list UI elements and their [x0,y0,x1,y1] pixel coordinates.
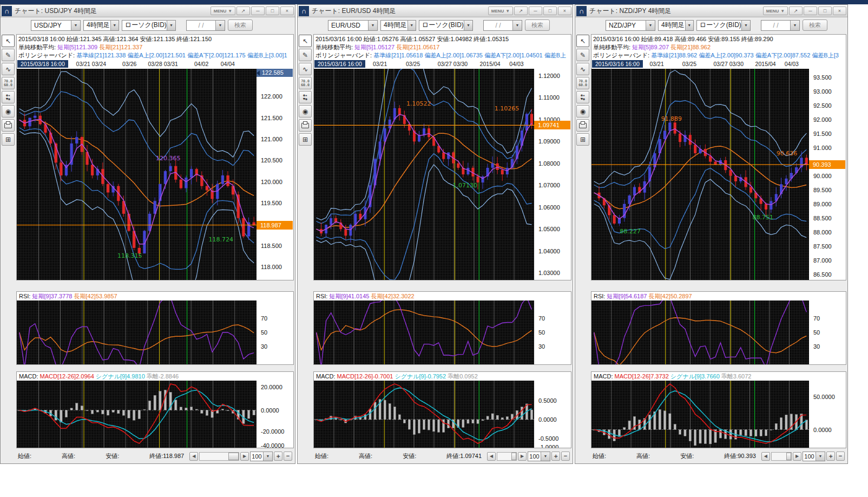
draw-tool-button[interactable]: ✎ [299,49,312,61]
objects-tool-button[interactable]: ◉★♥◉ [299,91,312,103]
draw-tool-button[interactable]: ✎ [2,49,15,61]
maximize-button[interactable]: □ [266,6,279,15]
chart-style-select[interactable]: ローソク(BID)▼ [419,20,473,31]
macd-chart-plot[interactable] [314,381,534,448]
minimize-button[interactable]: ─ [251,6,265,15]
cursor-tool-button[interactable]: ↖ [2,35,15,47]
price-axis[interactable]: 1.120001.110001.100001.090001.080001.070… [534,69,571,280]
timeframe-select[interactable]: 4時間足▼ [380,20,416,31]
scrollbar-thumb[interactable] [228,453,239,460]
layout-tool-button[interactable]: ⊞ [2,133,15,146]
bar-count-select[interactable]: 100▼ [803,452,825,461]
scroll-left-button[interactable]: ◀ [487,452,496,461]
macd-chart [591,381,809,448]
rsi-chart-plot[interactable] [17,300,257,364]
popout-button[interactable]: ↗ [236,6,250,15]
bar-count-select[interactable]: 100▼ [528,452,550,461]
date-tick-label: 03/26 [122,61,136,67]
date-input[interactable]: / /▼ [761,20,800,31]
zoom-out-button[interactable]: − [284,452,292,461]
popout-button[interactable]: ↗ [789,6,803,15]
draw-tool-button[interactable]: ✎ [576,49,589,61]
date-input[interactable]: / /▼ [483,20,522,31]
scroll-right-button[interactable]: ▶ [793,452,801,461]
main-chart-plot[interactable]: 1.105221.102651.07130 [314,69,534,280]
pair-select[interactable]: NZD/JPY▼ [606,20,655,31]
indicator-tool-button[interactable]: ∿ [2,63,15,75]
layout-tool-icon: ⊞ [580,136,586,143]
chart-scrollbar[interactable] [497,452,517,461]
layout-tool-button[interactable]: ⊞ [299,133,312,146]
indicator-tool-button[interactable]: ∿ [576,63,589,75]
cursor-tool-button[interactable]: ↖ [299,35,312,47]
search-button[interactable]: 検索 [525,19,550,31]
cursor-tool-button[interactable]: ↖ [576,35,589,47]
zoom-in-button[interactable]: ＋ [826,452,835,461]
window-titlebar[interactable]: ∩ チャート: USD/JPY 4時間足 MENU▼ ↗ ─ □ × [1,5,295,17]
maximize-button[interactable]: □ [818,6,832,15]
macd-chart-plot[interactable] [17,381,257,448]
scroll-right-button[interactable]: ▶ [240,452,249,461]
close-button[interactable]: × [280,6,294,15]
date-input[interactable]: / /▼ [186,20,225,31]
pair-select[interactable]: EUR/USD▼ [328,20,378,31]
minimize-button[interactable]: ─ [804,6,817,15]
scroll-left-button[interactable]: ◀ [761,452,770,461]
rsi-chart-plot[interactable] [314,300,534,364]
scroll-left-button[interactable]: ◀ [189,452,198,461]
menu-button[interactable]: MENU▼ [763,6,788,15]
print-tool-button[interactable] [299,119,312,132]
popout-button[interactable]: ↗ [514,6,528,15]
scale-tool-button[interactable]: 70.060.0 [2,77,15,89]
price-axis[interactable]: 93.50093.00092.50092.00091.50091.00090.0… [809,69,846,280]
timeframe-select[interactable]: 4時間足▼ [658,20,694,31]
zoom-in-button[interactable]: ＋ [274,452,282,461]
zoom-out-button[interactable]: − [836,452,845,461]
visibility-tool-button[interactable]: ◉ [2,105,15,117]
zoom-out-button[interactable]: − [561,452,570,461]
chart-scrollbar[interactable] [199,452,239,461]
print-tool-button[interactable] [576,119,589,132]
rsi-tick-label: 30 [261,343,267,350]
rsi-tick-label: 50 [261,329,267,336]
main-chart-plot[interactable]: 91.88990.63688.75188.227 [591,69,809,280]
close-button[interactable]: × [558,6,571,15]
indicator-tool-button[interactable]: ∿ [299,63,312,75]
minimize-button[interactable]: ─ [529,6,542,15]
indicator-tool-icon: ∿ [5,66,11,73]
window-titlebar[interactable]: ∩ チャート: NZD/JPY 4時間足 MENU▼ ↗ ─ □ × [575,5,847,17]
scrollbar-thumb[interactable] [511,453,516,460]
scale-tool-button[interactable]: 70.060.0 [299,77,312,89]
layout-tool-button[interactable]: ⊞ [576,133,589,146]
maximize-button[interactable]: □ [543,6,557,15]
scroll-right-button[interactable]: ▶ [518,452,527,461]
window-titlebar[interactable]: ∩ チャート: EUR/USD 4時間足 MENU▼ ↗ ─ □ × [298,5,573,17]
chart-style-select[interactable]: ローソク(BID)▼ [696,20,751,31]
menu-button[interactable]: MENU▼ [211,6,235,15]
print-tool-button[interactable] [2,119,15,132]
close-button[interactable]: × [833,6,846,15]
chart-style-select[interactable]: ローソク(BID)▼ [122,20,176,31]
menu-button[interactable]: MENU▼ [488,6,513,15]
bar-count-select[interactable]: 100▼ [250,452,273,461]
scrollbar-thumb[interactable] [786,453,791,460]
price-chart-panel: 2015/03/18 16:00 始値:121.345 高値:121.364 安… [16,34,294,280]
objects-tool-button[interactable]: ◉★♥◉ [2,91,15,103]
search-button[interactable]: 検索 [228,19,253,31]
rsi-chart-plot[interactable] [591,300,809,364]
visibility-tool-button[interactable]: ◉ [299,105,312,117]
macd-chart-plot[interactable] [591,381,809,448]
macd-tick-label: 0.0000 [538,416,557,423]
price-axis[interactable]: 122.000121.500121.000120.500120.000119.5… [257,69,293,280]
sma-readout: 単純移動平均: 短期[5]1.05127 長期[21]1.05617 [315,43,569,51]
visibility-tool-button[interactable]: ◉ [576,105,589,117]
pair-value: USD/JPY [31,22,64,29]
zoom-in-button[interactable]: ＋ [551,452,560,461]
timeframe-select[interactable]: 4時間足▼ [83,20,119,31]
search-button[interactable]: 検索 [803,19,827,31]
chart-scrollbar[interactable] [771,452,792,461]
pair-select[interactable]: USD/JPY▼ [31,20,81,31]
objects-tool-button[interactable]: ◉★♥◉ [576,91,589,103]
scale-tool-button[interactable]: 70.060.0 [576,77,589,89]
main-chart-plot[interactable]: 120.365118.724118.315 [17,69,257,280]
